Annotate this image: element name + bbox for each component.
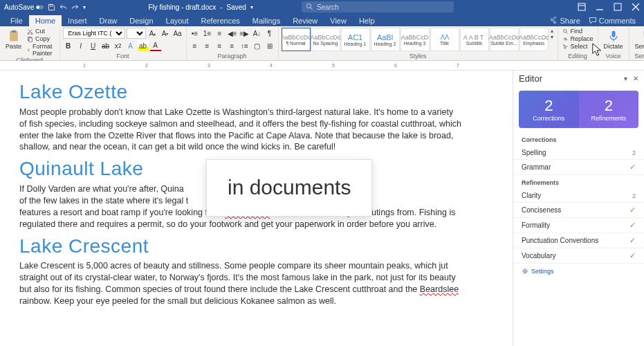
maximize-icon[interactable] — [614, 3, 622, 11]
svg-rect-4 — [578, 3, 585, 10]
tab-design[interactable]: Design — [123, 15, 159, 26]
conciseness-item[interactable]: Conciseness ✓ — [513, 203, 644, 218]
style-heading1[interactable]: AC1Heading 1 — [341, 28, 370, 51]
multilevel-button[interactable]: ≡ — [214, 28, 226, 39]
style-heading3[interactable]: AaBbCcDHeading 3 — [401, 28, 430, 51]
increase-indent-button[interactable]: ≡▶ — [239, 28, 250, 39]
change-case-button[interactable]: Aa — [172, 28, 183, 39]
font-size-select[interactable]: 1 — [127, 28, 146, 39]
shading-button[interactable]: ▢ — [252, 40, 263, 51]
check-icon: ✓ — [629, 221, 636, 230]
search-box[interactable]: Search — [302, 1, 454, 12]
svg-rect-6 — [10, 31, 18, 41]
undo-icon[interactable] — [59, 3, 67, 11]
font-color-button[interactable]: A — [150, 40, 161, 51]
spelling-item[interactable]: Spelling 2 — [513, 146, 644, 160]
font-name-select[interactable]: Eras Light ITC (H — [63, 28, 125, 39]
style-no-spacing[interactable]: AaBbCcDcNo Spacing — [311, 28, 340, 51]
editor-settings-link[interactable]: Settings — [513, 264, 644, 279]
replace-button[interactable]: Replace — [561, 35, 595, 42]
vocabulary-item[interactable]: Vocabulary ✓ — [513, 248, 644, 264]
tab-file[interactable]: File — [4, 15, 29, 26]
paste-button[interactable]: Paste — [3, 28, 24, 51]
qat-dropdown-icon[interactable]: ▾ — [83, 4, 86, 10]
decrease-indent-button[interactable]: ◀≡ — [227, 28, 238, 39]
numbering-button[interactable]: 1≡ — [202, 28, 213, 39]
punctuation-item[interactable]: Punctuation Conventions ✓ — [513, 233, 644, 248]
tab-review[interactable]: Review — [286, 15, 324, 26]
bold-button[interactable]: B — [63, 40, 74, 51]
sensitivity-button[interactable]: Sensitivity — [632, 28, 644, 51]
line-spacing-button[interactable]: ↕≡ — [239, 40, 250, 51]
tab-references[interactable]: References — [195, 15, 246, 26]
tab-home[interactable]: Home — [29, 15, 62, 26]
justify-button[interactable]: ≡ — [227, 40, 238, 51]
style-subtle-em[interactable]: AaBbCcDcSubtle Em... — [490, 28, 519, 51]
highlight-button[interactable]: ab — [138, 40, 149, 51]
minimize-icon[interactable] — [596, 3, 604, 11]
select-button[interactable]: Select — [561, 43, 595, 50]
refinements-summary[interactable]: 2 Refinements — [579, 91, 639, 128]
styles-more-button[interactable]: ▴▾ — [549, 28, 555, 40]
share-icon — [549, 17, 558, 25]
text-effects-button[interactable]: A — [125, 40, 136, 51]
spelling-error-2[interactable]: Beardslee — [420, 284, 459, 294]
autosave-toggle[interactable]: AutoSave — [4, 3, 44, 11]
style-subtitle[interactable]: ΑΑΒΤSubtitle — [460, 28, 489, 51]
tab-layout[interactable]: Layout — [160, 15, 195, 26]
italic-button[interactable]: I — [75, 40, 86, 51]
editor-pane-dropdown-icon[interactable]: ▾ — [624, 75, 627, 82]
tab-help[interactable]: Help — [353, 15, 381, 26]
ruler[interactable]: 1 2 3 4 5 6 7 — [0, 61, 644, 71]
select-icon — [562, 44, 569, 50]
tab-insert[interactable]: Insert — [62, 15, 93, 26]
clarity-item[interactable]: Clarity 2 — [513, 189, 644, 203]
ribbon-display-icon[interactable] — [578, 3, 586, 11]
grow-font-button[interactable]: A▴ — [147, 28, 158, 39]
close-icon[interactable] — [632, 3, 640, 11]
gear-icon — [522, 268, 528, 275]
sort-button[interactable]: A↓ — [252, 28, 263, 39]
align-left-button[interactable]: ≡ — [190, 40, 201, 51]
tab-mailings[interactable]: Mailings — [246, 15, 286, 26]
grammar-item[interactable]: Grammar ✓ — [513, 160, 644, 175]
check-icon: ✓ — [629, 206, 636, 215]
underline-button[interactable]: U — [88, 40, 99, 51]
style-heading2[interactable]: AaBlHeading 2 — [371, 28, 400, 51]
bullets-button[interactable]: •≡ — [190, 28, 201, 39]
share-button[interactable]: Share — [545, 15, 584, 26]
editor-pane-close-icon[interactable]: ✕ — [633, 75, 638, 82]
shrink-font-button[interactable]: A▾ — [160, 28, 171, 39]
subscript-button[interactable]: x2 — [113, 40, 124, 51]
style-normal[interactable]: AaBbCcDc¶ Normal — [282, 28, 311, 51]
align-center-button[interactable]: ≡ — [202, 40, 213, 51]
comments-button[interactable]: Comments — [585, 15, 640, 26]
show-marks-button[interactable]: ¶ — [264, 28, 275, 39]
save-icon[interactable] — [48, 3, 55, 11]
ribbon-group-sensitivity: Sensitivity Sensitivity — [629, 26, 644, 60]
tab-view[interactable]: View — [324, 15, 353, 26]
strikethrough-button[interactable]: ab — [100, 40, 111, 51]
redo-icon[interactable] — [71, 3, 79, 11]
document-canvas[interactable]: Lake Ozette Most people probably don't k… — [0, 71, 513, 346]
comment-icon — [589, 17, 597, 25]
corrections-summary[interactable]: 2 Corrections — [519, 91, 579, 128]
formality-item[interactable]: Formality ✓ — [513, 218, 644, 233]
style-title[interactable]: ɅɅTitle — [430, 28, 459, 51]
cut-button[interactable]: Cut — [26, 28, 57, 35]
replace-icon — [562, 36, 569, 42]
tab-draw[interactable]: Draw — [93, 15, 124, 26]
format-painter-button[interactable]: Format Painter — [26, 43, 57, 57]
dictate-button[interactable]: Dictate — [601, 28, 626, 51]
ribbon-group-clipboard: Paste Cut Copy Format Painter Clipboard — [0, 26, 60, 60]
copy-button[interactable]: Copy — [26, 35, 57, 42]
ribbon-group-font: Eras Light ITC (H 1 A▴ A▾ Aa B I U ab x2… — [60, 26, 187, 60]
search-placeholder: Search — [317, 3, 339, 11]
align-right-button[interactable]: ≡ — [214, 40, 226, 51]
copy-icon — [27, 36, 33, 42]
find-button[interactable]: Find — [561, 28, 595, 35]
style-emphasis[interactable]: AaBbCcDcEmphasis — [519, 28, 549, 51]
title-dropdown-icon[interactable]: ▾ — [250, 4, 253, 10]
cut-icon — [27, 28, 33, 35]
borders-button[interactable]: ⊞ — [264, 40, 275, 51]
